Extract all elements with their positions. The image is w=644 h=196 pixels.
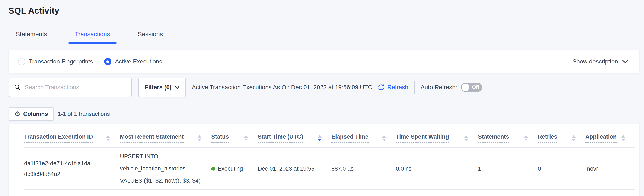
cell-transaction-execution-id[interactable]: da1f21e2-de71-4c1f-a1da-dc9fc94a84a2 [24, 158, 120, 179]
cell-start-time: Dec 01, 2023 at 19:56 [258, 163, 332, 174]
search-icon [14, 84, 21, 91]
radio-label: Transaction Fingerprints [29, 58, 93, 65]
filters-label: Filters (0) [145, 84, 172, 91]
refresh-icon [377, 83, 385, 91]
cell-time-spent-waiting: 0.0 ns [396, 163, 478, 174]
columns-button[interactable]: ⚙ Columns [8, 107, 54, 121]
column-header-start-time[interactable]: Start Time (UTC) [258, 134, 332, 147]
result-count: 1-1 of 1 transactions [58, 111, 110, 117]
column-header-most-recent-statement[interactable]: Most Recent Statement [120, 134, 211, 147]
sort-icon[interactable] [382, 135, 386, 141]
table-header-row: Transaction Execution ID Most Recent Sta… [24, 124, 635, 148]
column-header-status[interactable]: Status [211, 134, 258, 147]
chevron-down-icon [622, 60, 628, 63]
column-header-elapsed-time[interactable]: Elapsed Time [332, 134, 396, 147]
column-header-transaction-execution-id[interactable]: Transaction Execution ID [24, 134, 120, 147]
table-controls: ⚙ Columns 1-1 of 1 transactions [8, 107, 639, 121]
tab-sessions[interactable]: Sessions [132, 31, 170, 43]
cell-statements: 1 [478, 163, 538, 174]
status-label: Executing [218, 163, 243, 174]
toggle-knob[interactable] [462, 83, 469, 91]
column-header-statements[interactable]: Statements [478, 134, 538, 147]
auto-refresh-label: Auto Refresh: [420, 84, 457, 91]
search-placeholder: Search Transactions [25, 84, 79, 91]
radio-active-executions[interactable]: Active Executions [104, 58, 162, 65]
view-toggle-card: Transaction Fingerprints Active Executio… [8, 50, 639, 73]
cell-retries: 0 [538, 163, 585, 174]
search-input[interactable]: Search Transactions [8, 78, 132, 97]
columns-label: Columns [23, 111, 48, 117]
chevron-down-icon [175, 86, 180, 89]
sort-icon-active-desc[interactable] [318, 135, 322, 141]
toolbar: Search Transactions Filters (0) Active T… [8, 78, 639, 97]
sort-icon[interactable] [106, 135, 110, 141]
sort-icon[interactable] [622, 135, 625, 141]
toggle-state-label: Off [472, 85, 479, 90]
radio-transaction-fingerprints[interactable]: Transaction Fingerprints [18, 58, 93, 65]
show-description-button[interactable]: Show description [572, 58, 628, 65]
gear-icon: ⚙ [14, 111, 20, 117]
column-header-time-spent-waiting[interactable]: Time Spent Waiting [396, 134, 478, 147]
cell-status: Executing [211, 163, 258, 174]
as-of-timestamp: Active Transaction Executions As Of: Dec… [192, 84, 372, 91]
filters-button[interactable]: Filters (0) [138, 78, 186, 97]
sort-icon[interactable] [198, 135, 202, 141]
cell-application: movr [585, 163, 635, 174]
sort-icon[interactable] [244, 135, 248, 141]
radio-label: Active Executions [115, 58, 162, 65]
page-title: SQL Activity [8, 0, 639, 16]
sort-icon[interactable] [524, 135, 528, 141]
cell-most-recent-statement: UPSERT INTO vehicle_location_histories V… [120, 150, 211, 187]
column-header-application[interactable]: Application [585, 134, 635, 147]
column-header-retries[interactable]: Retries [538, 134, 585, 147]
refresh-label: Refresh [387, 84, 408, 91]
tab-statements[interactable]: Statements [10, 31, 54, 43]
cell-elapsed-time: 887.0 µs [332, 163, 396, 174]
show-description-label: Show description [572, 58, 618, 65]
sort-icon[interactable] [572, 135, 576, 141]
sql-activity-page: SQL Activity Statements Transactions Ses… [0, 0, 644, 196]
radio-unselected-icon[interactable] [18, 58, 25, 65]
toolbar-divider [414, 81, 414, 94]
transactions-table-card: Transaction Execution ID Most Recent Sta… [8, 124, 639, 196]
status-executing-dot-icon [211, 167, 215, 171]
radio-selected-icon[interactable] [104, 58, 112, 65]
sort-icon[interactable] [464, 135, 468, 141]
auto-refresh-toggle[interactable]: Off [461, 83, 482, 92]
refresh-button[interactable]: Refresh [377, 83, 408, 91]
tab-bar: Statements Transactions Sessions [8, 31, 644, 43]
table-row[interactable]: da1f21e2-de71-4c1f-a1da-dc9fc94a84a2 UPS… [24, 148, 635, 190]
tab-transactions[interactable]: Transactions [68, 31, 116, 43]
